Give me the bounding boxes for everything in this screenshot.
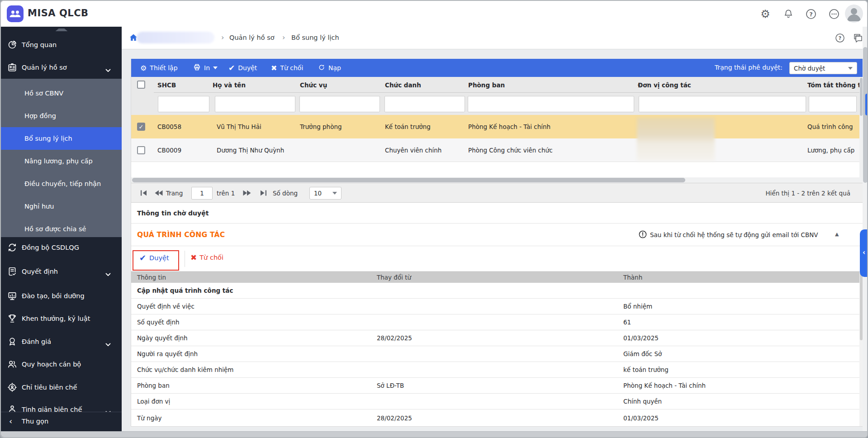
prev-page-icon[interactable] bbox=[155, 190, 163, 196]
sidebar-item-label: Quản lý hồ sơ bbox=[22, 64, 67, 71]
sidebar-item-nang-luong-phu-cap[interactable]: Nâng lương, phụ cấp bbox=[1, 150, 122, 172]
cell-phong-ban: Phòng Kế hoạch - Tài chính bbox=[468, 123, 550, 130]
table-row[interactable]: ✓ CB0058 Vũ Thị Thu Hải Trưởng phòng Kế … bbox=[131, 115, 863, 138]
column-header[interactable]: Phòng ban bbox=[468, 81, 505, 89]
redacted-cell-region bbox=[637, 118, 715, 161]
column-header[interactable]: SHCB bbox=[157, 81, 176, 89]
detail-row: Phòng ban Sở LĐ-TB Phòng Kế hoạch - Tài … bbox=[131, 378, 863, 394]
first-page-icon[interactable] bbox=[140, 190, 148, 196]
page-number-input[interactable] bbox=[191, 187, 213, 200]
sidebar-collapse[interactable]: ‹ Thu gọn bbox=[1, 412, 122, 431]
warning-text: Sau khi từ chối hệ thống sẽ tự động gửi … bbox=[650, 231, 818, 238]
sidebar-item-hop-dong[interactable]: Hợp đồng bbox=[1, 105, 122, 127]
detail-group-label: Cập nhật quá trình công tác bbox=[137, 287, 233, 294]
chevron-left-icon: ‹ bbox=[863, 248, 865, 257]
id-card-icon bbox=[7, 62, 17, 72]
app-window: MISA QLCB ⚙ ? Tổng quan Quản lý hồ sơ Hồ… bbox=[0, 0, 868, 438]
sidebar-item-quyet-dinh[interactable]: Quyết định bbox=[1, 260, 122, 283]
row-checkbox-checked[interactable]: ✓ bbox=[137, 123, 145, 131]
x-icon: ✖ bbox=[190, 253, 197, 262]
page-horizontal-scrollbar[interactable] bbox=[1, 431, 868, 438]
people-icon bbox=[7, 359, 17, 369]
row-checkbox[interactable] bbox=[137, 146, 145, 154]
sidebar-item-tong-quan[interactable]: Tổng quan bbox=[1, 33, 122, 56]
sidebar-item-danh-gia[interactable]: Đánh giá bbox=[1, 330, 122, 353]
sidebar-scroll-up-icon[interactable] bbox=[52, 29, 71, 31]
filter-input-chuc-danh[interactable] bbox=[384, 96, 465, 112]
print-button[interactable]: In bbox=[193, 59, 218, 77]
detail-group-row: Cập nhật quá trình công tác bbox=[131, 283, 863, 299]
detail-column-header: Thành bbox=[623, 274, 642, 281]
help-icon[interactable]: ? bbox=[805, 8, 817, 20]
page-of-label: trên 1 bbox=[217, 190, 235, 197]
breadcrumb-item[interactable]: Quản lý hồ sơ bbox=[229, 34, 275, 41]
next-page-icon[interactable] bbox=[243, 190, 251, 196]
filter-input-shcb[interactable] bbox=[158, 96, 209, 112]
detail-section-header: QUÁ TRÌNH CÔNG TÁC Sau khi từ chối hệ th… bbox=[131, 224, 863, 246]
sidebar-item-chi-tieu-bien-che[interactable]: Chỉ tiêu biên chế bbox=[1, 376, 122, 399]
sidebar-item-quy-hoach-can-bo[interactable]: Quy hoạch cán bộ bbox=[1, 353, 122, 376]
pending-info-header: Thông tin chờ duyệt bbox=[131, 203, 863, 224]
breadcrumb: › Quản lý hồ sơ › Bổ sung lý lịch ? bbox=[122, 27, 868, 49]
pending-info-title: Thông tin chờ duyệt bbox=[137, 209, 209, 217]
detail-row: Người ra quyết định Giám đốc Sở bbox=[131, 346, 863, 362]
last-page-icon[interactable] bbox=[259, 190, 267, 196]
filter-input-don-vi-cong-tac[interactable] bbox=[639, 96, 806, 112]
breadcrumb-separator-icon: › bbox=[282, 33, 285, 42]
feedback-chat-icon[interactable] bbox=[853, 33, 863, 43]
select-all-checkbox[interactable] bbox=[137, 81, 145, 89]
column-header[interactable]: Họ và tên bbox=[213, 81, 246, 89]
status-filter-select[interactable]: Chờ duyệt bbox=[789, 62, 857, 74]
table-row[interactable]: CB0009 Dương Thị Như Quỳnh Chuyên viên c… bbox=[131, 138, 863, 162]
cell-name: Vũ Thị Thu Hải bbox=[217, 123, 261, 130]
reload-button[interactable]: Nạp bbox=[318, 59, 341, 77]
pie-chart-icon bbox=[7, 40, 17, 50]
sidebar-item-dao-tao-boi-duong[interactable]: Đào tạo, bồi dưỡng bbox=[1, 285, 122, 307]
side-panel-tab-small[interactable] bbox=[865, 94, 868, 115]
sidebar-item-nghi-huu[interactable]: Nghỉ hưu bbox=[1, 195, 122, 218]
sidebar-item-dong-bo-csdlqg[interactable]: Đồng bộ CSDLQG bbox=[1, 236, 122, 259]
avatar[interactable] bbox=[845, 5, 863, 23]
app-logo-icon bbox=[7, 5, 24, 22]
chevron-down-icon bbox=[105, 408, 111, 411]
reject-button[interactable]: ✖ Từ chối bbox=[271, 59, 303, 77]
sidebar-item-khen-thuong-ky-luat[interactable]: Khen thưởng, kỷ luật bbox=[1, 307, 122, 330]
approve-button[interactable]: ✔ Duyệt bbox=[228, 59, 257, 77]
column-header[interactable]: Chức danh bbox=[385, 81, 421, 89]
refresh-icon bbox=[318, 64, 325, 72]
setup-button[interactable]: ⚙ Thiết lập bbox=[140, 59, 178, 77]
breadcrumb-separator-icon: › bbox=[221, 33, 224, 42]
cell-phong-ban: Phòng Công chức viên chức bbox=[468, 147, 553, 154]
cell-tom-tat: Quá trình công bbox=[807, 123, 853, 130]
detail-row: Loại đơn vị Chính quyền bbox=[131, 394, 863, 409]
column-header[interactable]: Tóm tắt thông tin bbox=[807, 81, 863, 89]
side-panel-toggle[interactable]: ‹ bbox=[860, 229, 868, 277]
sidebar-item-quan-ly-ho-so[interactable]: Quản lý hồ sơ bbox=[1, 56, 122, 79]
notifications-icon[interactable] bbox=[783, 8, 794, 20]
detail-table-header: Thông tin Thay đổi từ Thành bbox=[131, 271, 863, 283]
collapse-section-icon[interactable]: ▲ bbox=[835, 231, 839, 237]
sidebar-item-ho-so-cbnv[interactable]: Hồ sơ CBNV bbox=[1, 82, 122, 105]
more-icon[interactable] bbox=[828, 8, 840, 20]
gear-icon: ⚙ bbox=[140, 64, 147, 72]
scrollbar-thumb[interactable] bbox=[132, 178, 685, 182]
column-header[interactable]: Chức vụ bbox=[300, 81, 327, 89]
filter-input-phong-ban[interactable] bbox=[468, 96, 634, 112]
dropdown-caret-icon bbox=[332, 192, 337, 195]
page-vertical-scrollbar[interactable] bbox=[863, 27, 868, 431]
chevron-left-icon: ‹ bbox=[9, 416, 12, 426]
filter-input-tom-tat[interactable] bbox=[809, 96, 857, 112]
detail-action-row: ✔ Duyệt ✖ Từ chối bbox=[131, 246, 863, 271]
sidebar-item-dieu-chuyen-tiep-nhan[interactable]: Điều chuyển, tiếp nhận bbox=[1, 172, 122, 195]
sidebar-item-bo-sung-ly-lich[interactable]: Bổ sung lý lịch bbox=[1, 127, 122, 150]
cell-chuc-vu: Trưởng phòng bbox=[300, 123, 342, 130]
settings-icon[interactable]: ⚙ bbox=[759, 8, 771, 20]
detail-reject-button[interactable]: ✖ Từ chối bbox=[190, 253, 223, 262]
filter-input-ho-va-ten[interactable] bbox=[215, 96, 295, 112]
column-header[interactable]: Đơn vị công tác bbox=[638, 81, 691, 89]
detail-row: Từ ngày 28/02/2025 01/03/2025 bbox=[131, 409, 863, 426]
table-horizontal-scrollbar[interactable] bbox=[131, 177, 863, 183]
filter-input-chuc-vu[interactable] bbox=[299, 96, 380, 112]
rows-per-page-select[interactable]: 10 bbox=[309, 187, 342, 200]
page-help-icon[interactable]: ? bbox=[835, 33, 845, 43]
